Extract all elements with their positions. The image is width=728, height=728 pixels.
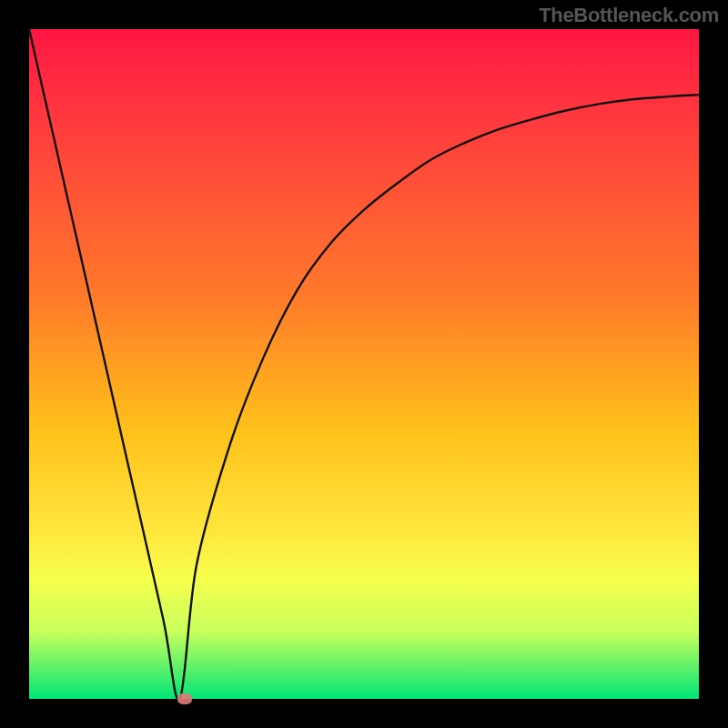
chart-minimum-marker (177, 693, 192, 704)
chart-curve (29, 29, 699, 700)
chart-curve-svg (29, 29, 699, 699)
chart-frame: TheBottleneck.com (0, 0, 728, 728)
watermark-text: TheBottleneck.com (539, 4, 719, 27)
chart-plot-area (29, 29, 699, 699)
